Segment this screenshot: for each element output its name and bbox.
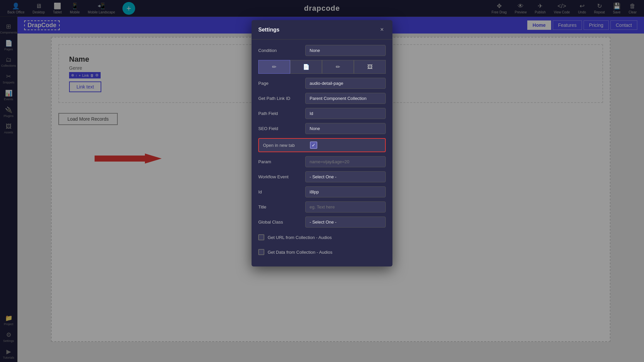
param-row: Param	[258, 156, 386, 167]
page-input[interactable]	[305, 78, 386, 89]
workflow-event-input[interactable]	[305, 171, 386, 182]
title-label: Title	[258, 204, 302, 209]
icon-btn-edit[interactable]: ✏	[258, 60, 290, 74]
global-class-row: Global Class	[258, 217, 386, 228]
param-label: Param	[258, 159, 302, 164]
seo-field-row: SEO Field	[258, 123, 386, 134]
modal-title: Settings	[258, 27, 279, 33]
get-url-checkbox[interactable]	[258, 234, 264, 240]
icon-btn-image[interactable]: 🖼	[354, 60, 386, 74]
settings-modal: Settings × Condition ✏ 📄 ✏ 🖼 Page	[252, 20, 392, 266]
condition-input[interactable]	[305, 45, 386, 56]
workflow-event-label: Workflow Event	[258, 174, 302, 179]
icon-btn-document[interactable]: 📄	[290, 60, 322, 74]
modal-header: Settings ×	[252, 20, 392, 40]
get-data-label: Get Data from Collection - Audios	[268, 250, 332, 255]
check-icon: ✓	[312, 142, 316, 148]
path-field-input[interactable]	[305, 108, 386, 119]
get-url-collection-row: Get URL from Collection - Audios	[258, 232, 386, 243]
param-input[interactable]	[305, 156, 386, 167]
condition-label: Condition	[258, 48, 302, 53]
open-new-tab-checkbox[interactable]: ✓	[310, 141, 317, 149]
open-in-new-tab-row: Open in new tab ✓	[258, 138, 386, 152]
seo-field-input[interactable]	[305, 123, 386, 134]
get-data-collection-row: Get Data from Collection - Audios	[258, 246, 386, 258]
seo-field-label: SEO Field	[258, 126, 302, 131]
id-input[interactable]	[305, 186, 386, 197]
modal-body: Condition ✏ 📄 ✏ 🖼 Page Get Path Link ID	[252, 40, 392, 266]
global-class-label: Global Class	[258, 220, 302, 225]
get-path-link-input[interactable]	[305, 93, 386, 104]
path-field-label: Path Field	[258, 111, 302, 116]
icon-toolbar-row: ✏ 📄 ✏ 🖼	[258, 60, 386, 74]
path-field-row: Path Field	[258, 108, 386, 119]
condition-row: Condition	[258, 45, 386, 56]
id-label: Id	[258, 189, 302, 194]
page-label: Page	[258, 81, 302, 86]
icon-btn-pencil[interactable]: ✏	[322, 60, 354, 74]
get-data-checkbox[interactable]	[258, 249, 264, 255]
get-path-link-row: Get Path Link ID	[258, 93, 386, 104]
id-row: Id	[258, 186, 386, 197]
title-row: Title	[258, 201, 386, 213]
modal-overlay: Settings × Condition ✏ 📄 ✏ 🖼 Page	[0, 0, 644, 362]
workflow-event-row: Workflow Event	[258, 171, 386, 182]
get-path-link-label: Get Path Link ID	[258, 96, 302, 101]
global-class-input[interactable]	[305, 217, 386, 228]
open-new-tab-label: Open in new tab	[263, 143, 307, 148]
title-input[interactable]	[305, 201, 386, 213]
page-row: Page	[258, 78, 386, 89]
modal-close-button[interactable]: ×	[378, 25, 386, 34]
get-url-label: Get URL from Collection - Audios	[268, 235, 332, 240]
